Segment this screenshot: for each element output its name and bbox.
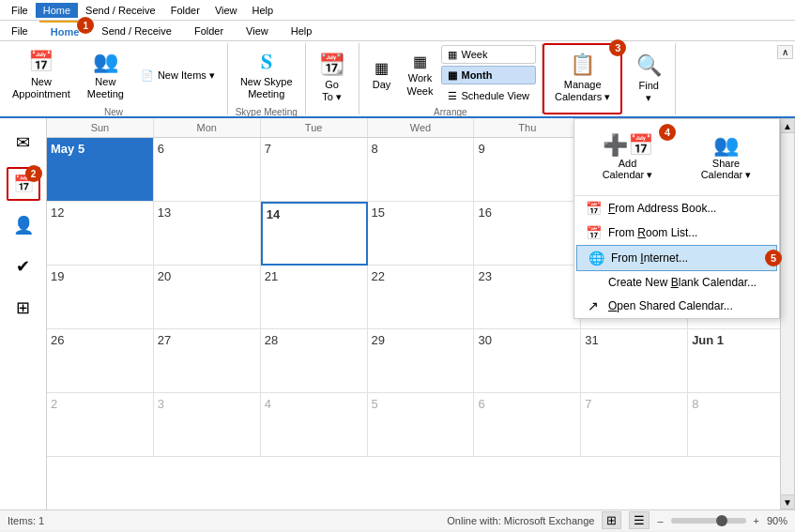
menu-item-help[interactable]: Help bbox=[245, 3, 282, 18]
appointment-icon: 📅 bbox=[28, 50, 54, 74]
calendar-badge: 2 bbox=[25, 165, 42, 182]
create-blank-calendar-item[interactable]: Create New Blank Calendar... bbox=[574, 271, 779, 294]
exchange-status: Online with: Microsoft Exchange bbox=[447, 515, 594, 526]
header-sun: Sun bbox=[47, 118, 154, 137]
tab-file[interactable]: File bbox=[0, 21, 39, 40]
open-shared-calendar-item[interactable]: ↗ Open Shared Calendar... bbox=[574, 294, 779, 318]
month-button[interactable]: ▦ Month bbox=[441, 66, 536, 84]
work-week-button[interactable]: ▦ WorkWeek bbox=[401, 45, 440, 105]
add-calendar-button[interactable]: ➕📅 AddCalendar ▾ 4 bbox=[582, 127, 673, 188]
ribbon-group-manage: 📋 ManageCalendars ▾ 3 bbox=[543, 43, 622, 114]
cal-cell-2[interactable]: 2 bbox=[47, 393, 154, 457]
scroll-down-button[interactable]: ▼ bbox=[780, 494, 795, 509]
notes-icon: ⊞ bbox=[16, 297, 30, 318]
cal-cell-20[interactable]: 20 bbox=[154, 266, 261, 329]
cal-cell-28[interactable]: 28 bbox=[261, 329, 368, 393]
tab-send-receive[interactable]: Send / Receive bbox=[90, 21, 183, 40]
from-internet-item[interactable]: 🌐 From Internet... 5 bbox=[576, 245, 777, 271]
meeting-icon: 👥 bbox=[93, 50, 118, 74]
cal-cell-22[interactable]: 22 bbox=[368, 266, 475, 329]
cal-cell-7[interactable]: 7 bbox=[261, 138, 368, 202]
tab-home[interactable]: Home 1 bbox=[39, 21, 91, 40]
manage-calendars-button[interactable]: 📋 ManageCalendars ▾ bbox=[548, 48, 617, 108]
menu-item-send[interactable]: Send / Receive bbox=[78, 3, 163, 18]
cal-cell-19[interactable]: 19 bbox=[47, 266, 154, 329]
from-address-book-item[interactable]: 📅 From Address Book... bbox=[574, 196, 779, 220]
schedule-view-button[interactable]: ☰ Schedule View bbox=[441, 86, 536, 105]
zoom-plus-icon[interactable]: + bbox=[754, 515, 759, 526]
tab-view[interactable]: View bbox=[235, 21, 280, 40]
menu-bar: File Home Send / Receive Folder View Hel… bbox=[0, 0, 795, 21]
day-icon: ▦ bbox=[375, 59, 389, 77]
from-room-list-item[interactable]: 📅 From Room List... bbox=[574, 220, 779, 245]
collapse-ribbon-button[interactable]: ∧ bbox=[777, 45, 793, 59]
view-mode-normal[interactable]: ⊞ bbox=[602, 511, 621, 529]
cal-cell-may5[interactable]: May 5 bbox=[47, 138, 154, 202]
manage-calendars-icon: 📋 bbox=[570, 53, 595, 77]
address-book-icon: 📅 bbox=[586, 201, 601, 216]
cal-cell-16[interactable]: 16 bbox=[474, 202, 581, 266]
header-mon: Mon bbox=[154, 118, 261, 137]
cal-cell-29[interactable]: 29 bbox=[368, 329, 475, 393]
new-items-button[interactable]: 📄 New Items ▾ bbox=[134, 66, 222, 84]
cal-cell-15[interactable]: 15 bbox=[368, 202, 475, 266]
cal-cell-8b[interactable]: 8 bbox=[688, 393, 795, 457]
cal-cell-8[interactable]: 8 bbox=[368, 138, 475, 202]
cal-cell-13[interactable]: 13 bbox=[154, 202, 261, 266]
ribbon-content: 📅 NewAppointment 👥 NewMeeting 📄 New Item… bbox=[0, 41, 795, 116]
dropdown-menu: ➕📅 AddCalendar ▾ 4 👥 ShareCalendar ▾ 📅 F… bbox=[573, 118, 780, 319]
view-mode-compact[interactable]: ☰ bbox=[629, 511, 650, 529]
cal-cell-23[interactable]: 23 bbox=[474, 266, 581, 329]
scroll-up-button[interactable]: ▲ bbox=[780, 118, 795, 133]
ribbon-group-skype: 𝐒 New SkypeMeeting Skype Meeting bbox=[228, 43, 306, 114]
new-appointment-button[interactable]: 📅 NewAppointment bbox=[6, 45, 77, 105]
internet-icon: 🌐 bbox=[589, 251, 604, 266]
cal-cell-3[interactable]: 3 bbox=[154, 393, 261, 457]
cal-cell-5b[interactable]: 5 bbox=[368, 393, 475, 457]
skype-group-label: Skype Meeting bbox=[236, 105, 298, 117]
cal-cell-26[interactable]: 26 bbox=[47, 329, 154, 393]
cal-cell-14[interactable]: 14 bbox=[261, 202, 368, 266]
cal-cell-6[interactable]: 6 bbox=[154, 138, 261, 202]
cal-cell-21[interactable]: 21 bbox=[261, 266, 368, 329]
sidebar-btn-notes[interactable]: ⊞ bbox=[7, 291, 40, 325]
sidebar-btn-mail[interactable]: ✉ bbox=[7, 126, 40, 160]
room-list-icon: 📅 bbox=[586, 225, 601, 240]
new-meeting-button[interactable]: 👥 NewMeeting bbox=[81, 45, 130, 105]
cal-cell-31[interactable]: 31 bbox=[581, 329, 688, 393]
shared-cal-icon: ↗ bbox=[586, 298, 601, 313]
tab-help[interactable]: Help bbox=[280, 21, 324, 40]
menu-item-home[interactable]: Home bbox=[36, 3, 78, 18]
cal-cell-9[interactable]: 9 bbox=[474, 138, 581, 202]
tasks-icon: ✔ bbox=[16, 256, 30, 277]
menu-item-file[interactable]: File bbox=[4, 3, 36, 18]
menu-item-view[interactable]: View bbox=[207, 3, 245, 18]
goto-button[interactable]: 📆 GoTo ▾ bbox=[312, 48, 353, 108]
sidebar-btn-people[interactable]: 👤 bbox=[7, 208, 40, 242]
week-button[interactable]: ▦ Week bbox=[441, 45, 536, 64]
share-calendar-button[interactable]: 👥 ShareCalendar ▾ bbox=[680, 127, 772, 188]
new-skype-meeting-button[interactable]: 𝐒 New SkypeMeeting bbox=[234, 45, 299, 105]
cal-row-5: 2 3 4 5 6 7 8 bbox=[47, 393, 795, 457]
sidebar-btn-calendar[interactable]: 📅 2 bbox=[7, 167, 40, 201]
cal-cell-12[interactable]: 12 bbox=[47, 202, 154, 266]
people-icon: 👤 bbox=[13, 215, 34, 236]
month-icon: ▦ bbox=[448, 69, 457, 82]
menu-item-folder[interactable]: Folder bbox=[163, 3, 207, 18]
cal-cell-27[interactable]: 27 bbox=[154, 329, 261, 393]
cal-cell-jun1[interactable]: Jun 1 bbox=[688, 329, 795, 393]
cal-cell-6b[interactable]: 6 bbox=[474, 393, 581, 457]
share-calendar-icon: 👥 bbox=[713, 133, 739, 158]
sidebar-btn-tasks[interactable]: ✔ bbox=[7, 250, 40, 283]
mail-icon: ✉ bbox=[16, 132, 30, 153]
add-calendar-icon: ➕📅 bbox=[603, 133, 653, 158]
new-group-label: New bbox=[104, 105, 123, 117]
cal-cell-30[interactable]: 30 bbox=[474, 329, 581, 393]
find-button[interactable]: 🔍 Find▾ bbox=[628, 49, 669, 109]
tab-folder[interactable]: Folder bbox=[183, 21, 235, 40]
cal-cell-4[interactable]: 4 bbox=[261, 393, 368, 457]
day-view-button[interactable]: ▦ Day bbox=[365, 45, 399, 105]
sidebar: ✉ 📅 2 👤 ✔ ⊞ bbox=[0, 118, 47, 509]
cal-cell-7b[interactable]: 7 bbox=[581, 393, 688, 457]
zoom-minus-icon[interactable]: – bbox=[657, 515, 663, 526]
